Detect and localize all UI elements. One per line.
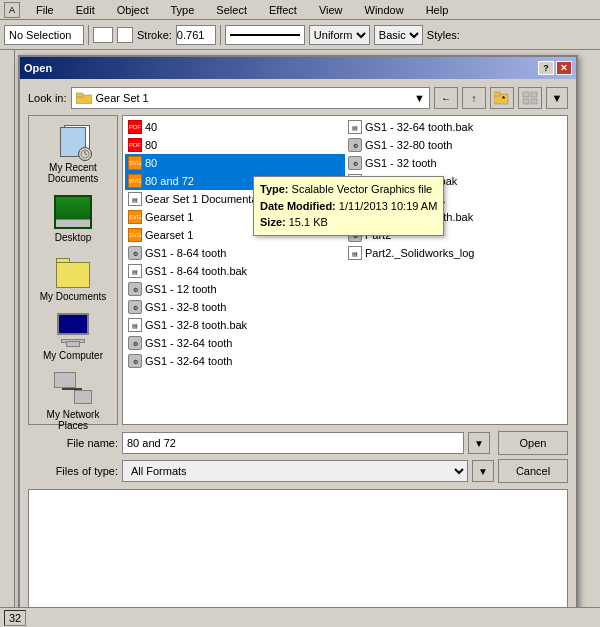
app-background: A File Edit Object Type Select Effect Vi… xyxy=(0,0,600,627)
menu-select[interactable]: Select xyxy=(210,4,253,16)
nav-back-button[interactable]: ← xyxy=(434,87,458,109)
sidebar-item-desktop[interactable]: Desktop xyxy=(33,190,113,247)
list-item[interactable]: PDF 40 xyxy=(125,118,345,136)
close-button[interactable]: ✕ xyxy=(556,61,572,75)
file-icon: ▤ xyxy=(128,318,142,332)
file-name: 40 xyxy=(145,121,157,133)
file-name: GS1 - 8-64 tooth xyxy=(145,247,226,259)
gear-icon: ⚙ xyxy=(348,138,362,152)
list-item[interactable]: ⚙ GS1 - 32-64 tooth xyxy=(125,352,345,370)
cancel-button[interactable]: Cancel xyxy=(498,459,568,483)
status-value: 32 xyxy=(4,610,26,626)
sidebar-network-label: My Network Places xyxy=(35,409,111,431)
svg-rect-8 xyxy=(531,99,537,104)
menu-effect[interactable]: Effect xyxy=(263,4,303,16)
list-item[interactable]: ⚙ GS1 - 12 tooth xyxy=(125,280,345,298)
list-item[interactable]: ⚙ GS1 - 32 tooth xyxy=(345,154,565,172)
sidebar-item-mydocs[interactable]: My Documents xyxy=(33,249,113,306)
basic-select[interactable]: Basic xyxy=(374,25,423,45)
gear-icon: ⚙ xyxy=(128,282,142,296)
look-in-label: Look in: xyxy=(28,92,67,104)
pdf-icon: PDF xyxy=(128,120,142,134)
gear-icon: ⚙ xyxy=(128,246,142,260)
list-item[interactable]: ▤ GS1 - 32-64 tooth.bak xyxy=(345,118,565,136)
sidebar-item-recent[interactable]: My Recent Documents xyxy=(33,120,113,188)
list-item[interactable]: PDF 80 xyxy=(125,136,345,154)
filename-label: File name: xyxy=(28,437,118,449)
list-item xyxy=(345,280,565,298)
file-name: GS1 - 32 tooth xyxy=(365,157,437,169)
tooltip-date-value: 1/11/2013 10:19 AM xyxy=(339,200,437,212)
dialog-title: Open xyxy=(24,62,52,74)
dialog-body: Look in: Gear Set 1 ▼ ← ↑ * xyxy=(20,79,576,617)
list-item[interactable]: ⚙ GS1 - 32-8 tooth xyxy=(125,298,345,316)
form-actions: Open xyxy=(498,431,568,455)
menu-help[interactable]: Help xyxy=(420,4,455,16)
status-number: 32 xyxy=(9,612,21,624)
file-name: GS1 - 32-64 tooth xyxy=(145,355,232,367)
sidebar: My Recent Documents Desktop xyxy=(28,115,118,425)
open-button[interactable]: Open xyxy=(498,431,568,455)
menu-edit[interactable]: Edit xyxy=(70,4,101,16)
tooltip-size-value: 15.1 KB xyxy=(289,216,328,228)
new-folder-icon: * xyxy=(494,91,510,105)
svg-icon: SVG xyxy=(128,156,142,170)
file-name: GS1 - 32-64 tooth.bak xyxy=(365,121,473,133)
menu-window[interactable]: Window xyxy=(359,4,410,16)
file-name: Part2._Solidworks_log xyxy=(365,247,474,259)
look-in-arrow: ▼ xyxy=(414,92,425,104)
tooltip-date-label: Date Modified: xyxy=(260,200,336,212)
view-icon xyxy=(522,91,538,105)
svg-rect-3 xyxy=(494,92,500,96)
list-item[interactable]: ▤ GS1 - 8-64 tooth.bak xyxy=(125,262,345,280)
file-list-container[interactable]: PDF 40 ▤ GS1 - 32-64 tooth.bak PDF 80 xyxy=(122,115,568,425)
desktop-icon xyxy=(53,194,93,230)
gear-icon: ⚙ xyxy=(128,336,142,350)
look-in-box[interactable]: Gear Set 1 ▼ xyxy=(71,87,430,109)
file-name: GS1 - 32-64 tooth xyxy=(145,337,232,349)
nav-new-folder-button[interactable]: * xyxy=(490,87,514,109)
menu-object[interactable]: Object xyxy=(111,4,155,16)
list-item[interactable]: ▤ GS1 - 32-8 tooth.bak xyxy=(125,316,345,334)
sidebar-desktop-label: Desktop xyxy=(55,232,92,243)
pdf-icon: PDF xyxy=(128,138,142,152)
view-options-button[interactable] xyxy=(518,87,542,109)
stroke-icon xyxy=(93,27,113,43)
gear-icon: ⚙ xyxy=(128,354,142,368)
menu-file[interactable]: File xyxy=(30,4,60,16)
ruler-left xyxy=(0,50,15,620)
list-item[interactable]: ▤ Part2._Solidworks_log xyxy=(345,244,565,262)
list-item xyxy=(345,298,565,316)
list-item[interactable]: ⚙ GS1 - 8-64 tooth xyxy=(125,244,345,262)
file-name: Gearset 1 xyxy=(145,211,193,223)
file-list: PDF 40 ▤ GS1 - 32-64 tooth.bak PDF 80 xyxy=(123,116,567,372)
help-button[interactable]: ? xyxy=(538,61,554,75)
menu-view[interactable]: View xyxy=(313,4,349,16)
list-item-selected[interactable]: SVG 80 xyxy=(125,154,345,172)
file-tooltip: Type: Scalable Vector Graphics file Date… xyxy=(253,176,444,236)
svg-rect-5 xyxy=(523,92,529,97)
view-dropdown-button[interactable]: ▼ xyxy=(546,87,568,109)
sidebar-recent-label: My Recent Documents xyxy=(35,162,111,184)
gear-icon: ⚙ xyxy=(348,156,362,170)
list-item[interactable]: ⚙ GS1 - 32-64 tooth xyxy=(125,334,345,352)
filetype-select[interactable]: All Formats xyxy=(122,460,468,482)
sidebar-item-network[interactable]: My Network Places xyxy=(33,367,113,435)
menubar: A File Edit Object Type Select Effect Vi… xyxy=(0,0,600,20)
gear-icon: ⚙ xyxy=(128,300,142,314)
filetype-dropdown-button[interactable]: ▼ xyxy=(472,460,494,482)
file-name: GS1 - 8-64 tooth.bak xyxy=(145,265,247,277)
menu-type[interactable]: Type xyxy=(165,4,201,16)
nav-up-button[interactable]: ↑ xyxy=(462,87,486,109)
toolbar-sep2 xyxy=(220,25,221,45)
mycomputer-icon xyxy=(53,312,93,348)
bottom-section: File name: ▼ Open Files of type: All For… xyxy=(28,431,568,483)
file-name: 80 and 72 xyxy=(145,175,194,187)
stroke-input[interactable] xyxy=(176,25,216,45)
filename-dropdown-button[interactable]: ▼ xyxy=(468,432,490,454)
filetype-label: Files of type: xyxy=(28,465,118,477)
sidebar-item-mycomputer[interactable]: My Computer xyxy=(33,308,113,365)
filename-input[interactable] xyxy=(122,432,464,454)
uniform-select[interactable]: Uniform xyxy=(309,25,370,45)
list-item[interactable]: ⚙ GS1 - 32-80 tooth xyxy=(345,136,565,154)
